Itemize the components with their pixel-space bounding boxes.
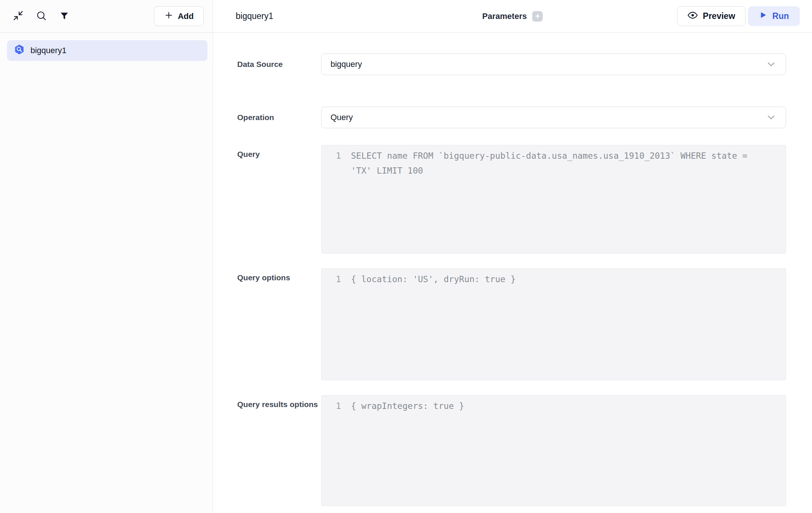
chevron-down-icon xyxy=(766,59,777,70)
plus-icon xyxy=(164,10,174,22)
filter-icon xyxy=(59,11,69,22)
run-button-label: Run xyxy=(772,11,789,21)
field-row-query-options: Query options 1 { location: 'US', dryRun… xyxy=(237,268,786,380)
select-value: Query xyxy=(331,113,353,122)
add-query-button[interactable]: Add xyxy=(154,6,204,26)
data-source-select[interactable]: bigquery xyxy=(321,54,786,75)
preview-button-label: Preview xyxy=(703,11,735,21)
select-value: bigquery xyxy=(331,59,362,69)
search-button[interactable] xyxy=(33,8,50,25)
query-placeholder-text: SELECT name FROM `bigquery-public-data.u… xyxy=(351,148,786,178)
bigquery-icon xyxy=(14,44,25,57)
query-editor-panel: bigquery1 Parameters + Preview xyxy=(213,0,812,513)
query-code-editor[interactable]: 1 SELECT name FROM `bigquery-public-data… xyxy=(321,145,786,254)
query-editor-header: bigquery1 Parameters + Preview xyxy=(213,0,812,33)
play-icon xyxy=(759,11,767,22)
preview-button[interactable]: Preview xyxy=(677,6,745,26)
query-results-options-placeholder-text: { wrapIntegers: true } xyxy=(351,399,786,413)
sidebar-item-bigquery1[interactable]: bigquery1 xyxy=(7,40,207,61)
sidebar-toolbar: Add xyxy=(0,0,213,33)
operation-label: Operation xyxy=(237,107,321,125)
field-row-query-results-options: Query results options 1 { wrapIntegers: … xyxy=(237,395,786,506)
field-row-query: Query 1 SELECT name FROM `bigquery-publi… xyxy=(237,145,786,254)
filter-button[interactable] xyxy=(56,8,73,25)
field-row-data-source: Data Source bigquery xyxy=(237,54,786,75)
query-label: Query xyxy=(237,145,321,162)
add-button-label: Add xyxy=(178,12,194,21)
operation-select[interactable]: Query xyxy=(321,107,786,128)
query-results-options-code-editor[interactable]: 1 { wrapIntegers: true } xyxy=(321,395,786,506)
app-window: Add bigquery1 bigquery1 Parameters + xyxy=(0,0,812,513)
parameters-group: Parameters + xyxy=(482,11,543,22)
line-number: 1 xyxy=(322,272,351,287)
line-number: 1 xyxy=(322,399,351,413)
query-options-label: Query options xyxy=(237,268,321,285)
collapse-panel-button[interactable] xyxy=(10,8,27,25)
query-list: bigquery1 xyxy=(0,33,213,61)
add-parameter-button[interactable]: + xyxy=(532,11,543,22)
plus-icon: + xyxy=(535,12,540,20)
parameters-label: Parameters xyxy=(482,12,527,21)
query-options-code-editor[interactable]: 1 { location: 'US', dryRun: true } xyxy=(321,268,786,380)
query-results-options-label: Query results options xyxy=(237,395,321,412)
chevron-down-icon xyxy=(766,112,777,123)
run-button[interactable]: Run xyxy=(748,6,800,26)
search-icon xyxy=(36,10,47,22)
sidebar-item-label: bigquery1 xyxy=(30,46,67,55)
collapse-icon xyxy=(13,10,24,22)
line-number: 1 xyxy=(322,148,351,163)
eye-icon xyxy=(687,10,698,23)
field-row-operation: Operation Query xyxy=(237,107,786,128)
query-options-placeholder-text: { location: 'US', dryRun: true } xyxy=(351,272,786,287)
query-name-title[interactable]: bigquery1 xyxy=(236,11,273,21)
query-form: Data Source bigquery Operation Query xyxy=(213,33,812,513)
header-actions: Preview Run xyxy=(677,6,800,26)
query-list-sidebar: Add bigquery1 xyxy=(0,0,213,513)
data-source-label: Data Source xyxy=(237,54,321,72)
